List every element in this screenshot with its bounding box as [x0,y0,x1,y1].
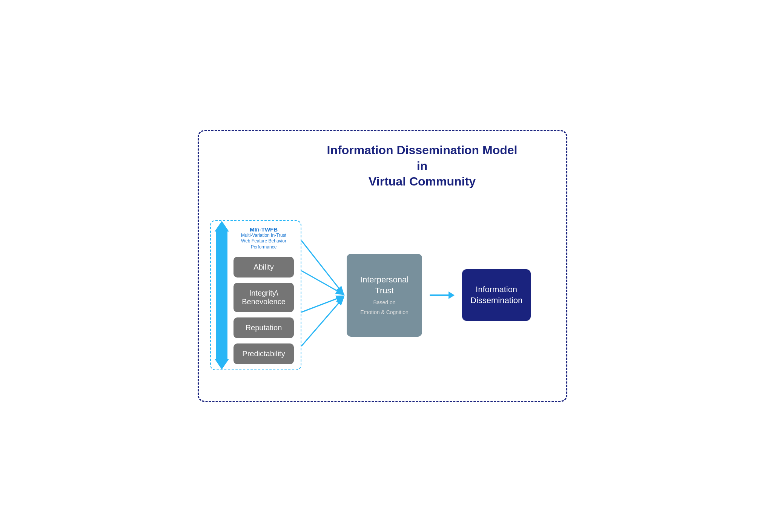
arrow-shaft [216,232,227,359]
trust-line1: Interpersonal [356,274,413,285]
mln-sub3: Performance [233,244,294,250]
trust-sub2: Emotion & Cognition [356,309,413,316]
left-dashed-box: MIn-TWFB Multi-Variation In-Trust Web Fe… [210,220,301,371]
mln-label-area: MIn-TWFB Multi-Variation In-Trust Web Fe… [233,226,294,250]
svg-line-2 [301,296,343,312]
integrity-box: Integrity\Benevolence [233,283,294,312]
trust-box: Interpersonal Trust Based on Emotion & C… [347,254,422,337]
arrow-shaft-h [430,294,449,296]
reputation-box: Reputation [233,317,294,338]
svg-line-0 [301,241,343,293]
trust-line2: Trust [356,285,413,296]
mln-acronym: MIn-TWFB [233,226,294,233]
svg-line-3 [301,298,343,346]
body-row: MIn-TWFB Multi-Variation In-Trust Web Fe… [210,201,551,389]
info-dissemination-box: Information Dissemination [462,269,531,321]
arrow-head-up [215,221,229,232]
title-area: Information Dissemination Model in Virtu… [210,143,551,190]
mln-sub1: Multi-Variation In-Trust [233,233,294,239]
arrow-head-down [215,359,229,369]
trust-to-info-arrow [430,291,455,299]
arrow-head-h [449,291,455,299]
info-line2: Dissemination [470,295,522,306]
trust-sub: Based on [356,299,413,306]
mln-sub2: Web Feature Behavior [233,238,294,244]
diagram-container: Information Dissemination Model in Virtu… [198,130,567,402]
big-double-arrow [215,221,229,370]
diagonal-arrows-svg [301,201,347,389]
info-line1: Information [470,284,522,295]
diagram-title: Information Dissemination Model in Virtu… [293,143,551,190]
predictability-box: Predictability [233,343,294,364]
ability-box: Ability [233,257,294,277]
svg-line-1 [301,271,343,294]
